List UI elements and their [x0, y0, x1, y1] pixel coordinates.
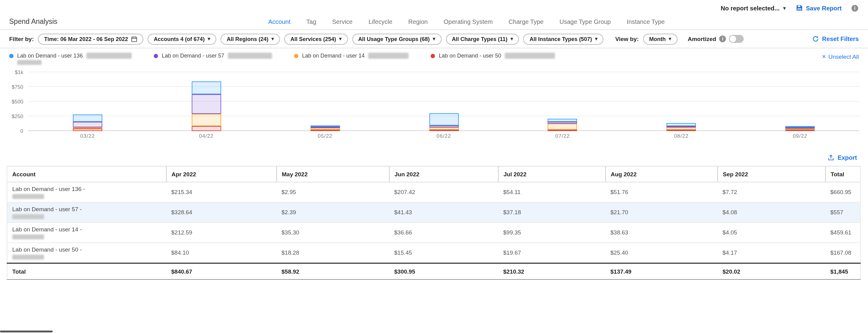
regions-filter-label: All Regions (24)	[227, 36, 268, 42]
bar-segment	[785, 130, 815, 131]
bar-slot	[147, 72, 266, 131]
bar-segment	[73, 129, 102, 131]
column-header-jun-2022[interactable]: Jun 2022	[389, 166, 498, 182]
spend-chart: 0$250$500$750$1k03/2204/2205/2206/2207/2…	[0, 67, 862, 144]
y-axis-tick-label: $1k	[0, 69, 23, 75]
view-by-value: Month	[649, 36, 665, 42]
unselect-all-button[interactable]: Unselect All	[822, 53, 859, 60]
y-axis-tick-label: $250	[0, 113, 23, 120]
reset-filters-button[interactable]: Reset Filters	[812, 35, 859, 42]
stacked-bar-04-22[interactable]	[192, 82, 221, 131]
column-header-may-2022[interactable]: May 2022	[277, 166, 389, 182]
table-row[interactable]: Lab on Demand - user 14 -$212.59$35.30$3…	[7, 223, 860, 243]
tab-tag[interactable]: Tag	[306, 18, 316, 25]
chevron-down-icon	[271, 36, 274, 42]
account-cell: Lab on Demand - user 50 -	[7, 242, 166, 263]
legend-color-dot	[431, 54, 435, 58]
chart-plot-area	[28, 72, 860, 131]
x-axis-tick-label: 07/22	[503, 133, 622, 139]
info-icon[interactable]	[719, 35, 726, 42]
column-header-aug-2022[interactable]: Aug 2022	[606, 166, 718, 182]
horizontal-scrollbar-thumb[interactable]	[0, 331, 53, 332]
tab-region[interactable]: Region	[408, 18, 428, 25]
amortized-toggle[interactable]	[729, 35, 744, 43]
tabs: AccountTagServiceLifecycleRegionOperatin…	[268, 13, 664, 29]
tab-charge-type[interactable]: Charge Type	[509, 18, 544, 25]
tab-instance-type[interactable]: Instance Type	[627, 18, 664, 25]
title-tabs-row: Spend Analysis AccountTagServiceLifecycl…	[0, 13, 868, 30]
column-header-apr-2022[interactable]: Apr 2022	[166, 166, 277, 182]
tab-lifecycle[interactable]: Lifecycle	[368, 18, 392, 25]
chevron-down-icon	[339, 36, 341, 42]
y-axis-tick-label: 0	[0, 128, 23, 134]
value-cell: $4.05	[718, 223, 826, 243]
bar-segment	[192, 113, 221, 126]
view-by-dropdown[interactable]: Month	[643, 33, 677, 44]
stacked-bar-06-22[interactable]	[429, 113, 459, 131]
instance-types-filter[interactable]: All Instance Types (507)	[523, 33, 604, 44]
legend-item-label: Lab on Demand - user 14	[302, 53, 365, 59]
stacked-bar-05-22[interactable]	[310, 125, 340, 131]
column-header-sep-2022[interactable]: Sep 2022	[718, 166, 826, 182]
x-axis-tick-label: 04/22	[147, 133, 266, 139]
report-selector-dropdown[interactable]: No report selected...	[721, 5, 785, 11]
value-cell: $51.76	[606, 182, 718, 202]
x-axis-tick-label: 05/22	[266, 133, 384, 139]
legend-item[interactable]: Lab on Demand - user 136	[9, 53, 132, 65]
value-cell: $2.95	[277, 182, 389, 202]
report-bar: No report selected... Save Report	[0, 0, 868, 13]
bar-segment	[666, 127, 696, 130]
chevron-down-icon	[783, 5, 785, 11]
bar-slot	[266, 72, 384, 131]
time-filter-label: Time: 06 Mar 2022 - 06 Sep 2022	[44, 36, 128, 42]
table-row[interactable]: Lab on Demand - user 57 -$328.64$2.39$41…	[7, 202, 860, 223]
account-name: Lab on Demand - user 14 -	[12, 226, 164, 233]
value-cell: $84.10	[166, 242, 277, 263]
bar-slot	[384, 72, 503, 131]
tab-service[interactable]: Service	[332, 18, 353, 25]
services-filter[interactable]: All Services (254)	[284, 33, 348, 44]
instance-types-filter-label: All Instance Types (507)	[530, 36, 592, 42]
tab-operating-system[interactable]: Operating System	[443, 18, 493, 25]
legend-item-main: Lab on Demand - user 57	[154, 53, 272, 59]
legend-item[interactable]: Lab on Demand - user 57	[154, 53, 272, 59]
value-cell: $54.11	[498, 182, 606, 202]
charge-types-filter[interactable]: All Charge Types (11)	[446, 33, 519, 44]
refresh-icon	[812, 35, 819, 42]
stacked-bar-03-22[interactable]	[73, 114, 102, 131]
bar-segment	[73, 122, 102, 127]
y-axis-tick-label: $750	[0, 84, 23, 90]
account-name: Lab on Demand - user 57 -	[12, 206, 164, 213]
column-header-total[interactable]: Total	[826, 166, 860, 182]
column-header-account[interactable]: Account	[7, 166, 166, 182]
info-icon[interactable]	[851, 5, 858, 11]
stacked-bar-08-22[interactable]	[666, 123, 696, 131]
value-cell: $215.34	[166, 182, 277, 202]
total-value-cell: $1,845	[826, 263, 860, 279]
save-icon	[796, 4, 803, 12]
table-row[interactable]: Lab on Demand - user 50 -$84.10$18.28$15…	[7, 242, 860, 263]
time-filter[interactable]: Time: 06 Mar 2022 - 06 Sep 2022	[38, 33, 143, 44]
account-name: Lab on Demand - user 50 -	[12, 246, 164, 253]
export-button[interactable]: Export	[828, 154, 857, 161]
regions-filter[interactable]: All Regions (24)	[220, 33, 280, 44]
tab-usage-type-group[interactable]: Usage Type Group	[560, 18, 611, 25]
save-report-button[interactable]: Save Report	[796, 4, 842, 12]
stacked-bar-09-22[interactable]	[785, 126, 815, 131]
stacked-bar-07-22[interactable]	[548, 119, 577, 131]
page-title: Spend Analysis	[9, 18, 57, 25]
account-name: Lab on Demand - user 136 -	[12, 186, 164, 193]
view-by-label: View by:	[615, 35, 639, 42]
column-header-jul-2022[interactable]: Jul 2022	[498, 166, 606, 182]
accounts-filter[interactable]: Accounts 4 (of 674)	[148, 33, 216, 44]
value-cell: $557	[826, 202, 860, 223]
legend-item[interactable]: Lab on Demand - user 50	[431, 53, 555, 59]
value-cell: $328.64	[166, 202, 277, 223]
tab-account[interactable]: Account	[268, 18, 290, 25]
total-value-cell: $137.49	[606, 263, 718, 279]
table-row[interactable]: Lab on Demand - user 136 -$215.34$2.95$2…	[7, 182, 860, 202]
value-cell: $25.40	[606, 242, 718, 263]
usage-type-groups-filter[interactable]: All Usage Type Groups (68)	[352, 33, 441, 44]
legend-item[interactable]: Lab on Demand - user 14	[294, 53, 409, 59]
bar-segment	[666, 123, 696, 126]
